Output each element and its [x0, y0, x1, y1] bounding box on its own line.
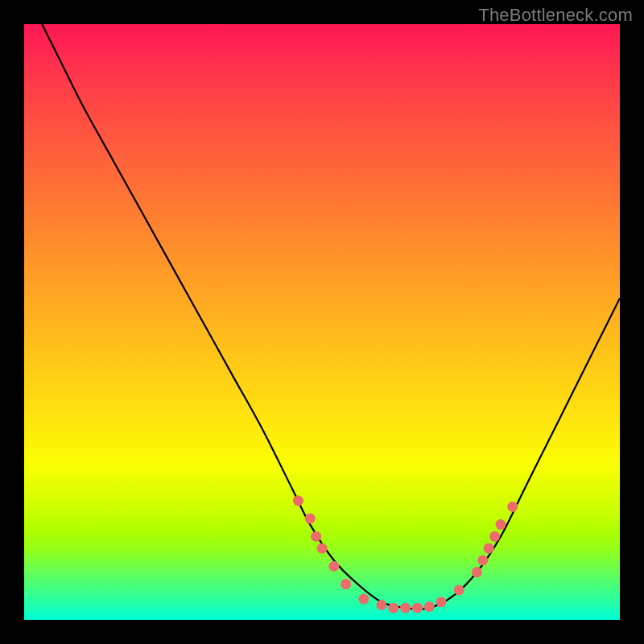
- marker-dots: [293, 496, 518, 613]
- chart-container: TheBottleneck.com: [0, 0, 644, 644]
- chart-svg: [24, 24, 620, 620]
- marker-dot: [489, 531, 500, 542]
- bottleneck-curve: [42, 24, 620, 609]
- marker-dot: [412, 603, 423, 613]
- marker-dot: [424, 601, 435, 612]
- marker-dot: [472, 567, 482, 577]
- marker-dot: [400, 603, 411, 613]
- marker-dot: [507, 502, 518, 512]
- marker-dot: [358, 594, 369, 605]
- marker-dot: [477, 555, 488, 566]
- plot-area: [24, 24, 620, 620]
- marker-dot: [454, 585, 464, 596]
- marker-dot: [317, 543, 328, 554]
- marker-dot: [311, 531, 321, 542]
- marker-dot: [496, 519, 506, 530]
- marker-dot: [341, 579, 351, 589]
- marker-dot: [377, 600, 387, 610]
- watermark-text: TheBottleneck.com: [478, 5, 633, 26]
- marker-dot: [328, 561, 339, 572]
- marker-dot: [436, 597, 447, 607]
- marker-dot: [293, 496, 303, 506]
- marker-dot: [484, 543, 494, 554]
- marker-dot: [305, 514, 316, 524]
- marker-dot: [388, 603, 398, 613]
